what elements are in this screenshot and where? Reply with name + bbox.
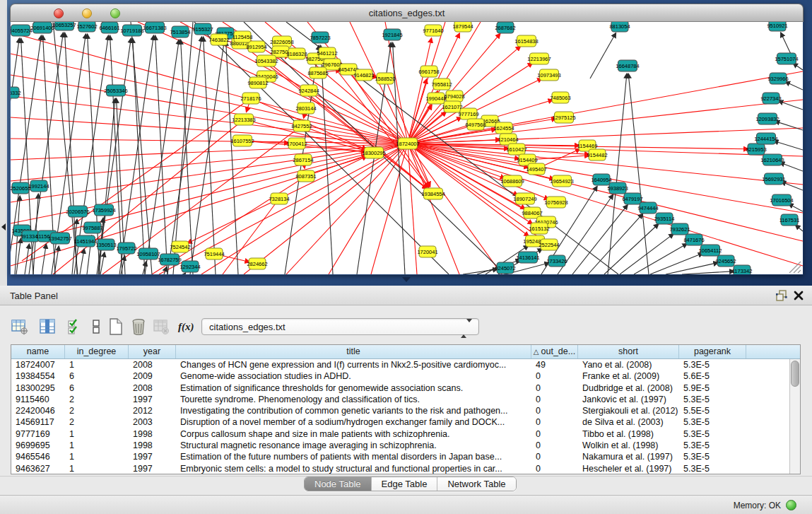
table-cell[interactable]: 2 — [65, 394, 129, 405]
table-chooser-dropdown[interactable]: citations_edges.txt — [201, 318, 479, 335]
table-settings-icon[interactable] — [10, 317, 30, 337]
table-cell[interactable]: Changes of HCN gene expression and I(f) … — [176, 359, 531, 370]
table-cell[interactable]: 1998 — [129, 428, 176, 440]
table-cell[interactable]: Hescheler et al. (1997) — [578, 463, 679, 474]
table-cell[interactable]: 9465546 — [11, 451, 65, 462]
table-row[interactable]: 946362711997Embryonic stem cells: a mode… — [11, 463, 800, 474]
table-header-row[interactable]: namein_degreeyeartitle△out_de...shortpag… — [11, 345, 800, 359]
table-cell[interactable]: 5.9E-5 — [679, 382, 746, 394]
table-cell[interactable]: Estimation of the future numbers of pati… — [176, 451, 531, 462]
table-cell[interactable]: 5.3E-5 — [679, 359, 746, 370]
float-panel-icon[interactable] — [775, 289, 788, 302]
table-cell[interactable]: 2012 — [129, 405, 176, 416]
table-cell[interactable]: 1997 — [129, 463, 176, 474]
table-cell[interactable]: 0 — [531, 440, 578, 451]
table-cell[interactable]: 1 — [65, 451, 129, 462]
table-row[interactable]: 1872400712008Changes of HCN gene express… — [11, 359, 800, 370]
table-cell[interactable]: 2008 — [129, 359, 176, 370]
table-cell[interactable]: 1998 — [129, 440, 176, 451]
network-canvas[interactable]: 2405572420691406106532571527602646616110… — [11, 22, 803, 274]
network-window[interactable]: citations_edges.txt 24055724206914061065… — [10, 4, 804, 275]
table-cell[interactable]: 0 — [531, 382, 578, 394]
table-cell[interactable]: 2 — [65, 416, 129, 428]
table-row[interactable]: 1456911722003Disruption of a novel membe… — [11, 416, 800, 428]
table-cell[interactable]: de Silva et al. (2003) — [578, 416, 679, 428]
table-cell[interactable]: 49 — [531, 359, 578, 370]
table-cell[interactable]: 9699695 — [11, 440, 65, 451]
table-cell[interactable]: 5.3E-5 — [679, 428, 746, 440]
table-cell[interactable]: 9777169 — [11, 428, 65, 440]
new-table-icon[interactable] — [106, 317, 126, 337]
table-row[interactable]: 946554611997Estimation of the future num… — [11, 451, 800, 462]
table-row[interactable]: 2242004622012Investigating the contribut… — [11, 405, 800, 416]
table-cell[interactable]: 0 — [531, 451, 578, 462]
table-cell[interactable]: 0 — [531, 405, 578, 416]
table-cell[interactable]: 9463627 — [11, 463, 65, 474]
table-cell[interactable]: Embryonic stem cells: a model to study s… — [176, 463, 531, 474]
table-row[interactable]: 1938455462009Genome-wide association stu… — [11, 370, 800, 382]
collapse-left-icon[interactable] — [1, 223, 6, 230]
table-cell[interactable]: Stergiakouli et al. (2012) — [578, 405, 679, 416]
table-cell[interactable]: Tibbo et al. (1998) — [578, 428, 679, 440]
column-header-year[interactable]: year — [129, 345, 176, 358]
table-cell[interactable]: 22420046 — [11, 405, 65, 416]
table-cell[interactable]: 1997 — [129, 451, 176, 462]
table-row[interactable]: 969969511998Structural magnetic resonanc… — [11, 440, 800, 451]
table-cell[interactable]: 14569117 — [11, 416, 65, 428]
table-row[interactable]: 911546021997Tourette syndrome. Phenomeno… — [11, 394, 800, 405]
table-cell[interactable]: 5.6E-5 — [679, 370, 746, 382]
table-cell[interactable]: 2 — [65, 405, 129, 416]
table-cell[interactable]: 5.3E-5 — [679, 394, 746, 405]
table-cell[interactable]: 2009 — [129, 370, 176, 382]
table-cell[interactable]: 6 — [65, 382, 129, 394]
table-cell[interactable]: Wolkin et al. (1998) — [578, 440, 679, 451]
column-checklist-icon[interactable] — [65, 317, 85, 337]
table-cell[interactable]: Estimation of significance thresholds fo… — [176, 382, 531, 394]
table-cell[interactable]: 0 — [531, 416, 578, 428]
table-cell[interactable]: 0 — [531, 463, 578, 474]
table-cell[interactable]: Dudbridge et al. (2008) — [578, 382, 679, 394]
table-cell[interactable]: 2008 — [129, 382, 176, 394]
table-cell[interactable]: 5.3E-5 — [679, 451, 746, 462]
close-panel-icon[interactable] — [792, 289, 805, 302]
vertical-scrollbar[interactable] — [789, 359, 800, 474]
select-columns-icon[interactable] — [37, 317, 57, 337]
splitter-handle[interactable] — [402, 277, 411, 282]
table-cell[interactable]: Investigating the contribution of common… — [176, 405, 531, 416]
function-builder-icon[interactable]: f(x) — [175, 317, 199, 337]
table-cell[interactable]: Nakamura et al. (1997) — [578, 451, 679, 462]
table-cell[interactable]: 0 — [531, 394, 578, 405]
table-cell[interactable]: 5.3E-5 — [679, 416, 746, 428]
column-header-short[interactable]: short — [578, 345, 679, 358]
column-header-out_de[interactable]: △out_de... — [531, 345, 578, 358]
table-cell[interactable]: 1 — [65, 440, 129, 451]
stacked-rows-icon[interactable] — [86, 317, 106, 337]
table-cell[interactable]: 0 — [531, 428, 578, 440]
table-cell[interactable]: Franke et al. (2009) — [578, 370, 679, 382]
tab-network-table[interactable]: Network Table — [437, 477, 515, 491]
node-attribute-table[interactable]: namein_degreeyeartitle△out_de...shortpag… — [11, 344, 801, 474]
tab-edge-table[interactable]: Edge Table — [372, 477, 438, 491]
table-cell[interactable]: Genome-wide association studies in ADHD. — [176, 370, 531, 382]
table-cell[interactable]: 5.3E-5 — [679, 440, 746, 451]
table-cell[interactable]: 2003 — [129, 416, 176, 428]
table-row[interactable]: 977716911998Corpus callosum shape and si… — [11, 428, 800, 440]
table-cell[interactable]: 1 — [65, 463, 129, 474]
column-header-title[interactable]: title — [176, 345, 531, 358]
table-cell[interactable]: 0 — [531, 370, 578, 382]
network-window-titlebar[interactable]: citations_edges.txt — [10, 4, 804, 22]
column-header-pagerank[interactable]: pagerank — [679, 345, 746, 358]
table-cell[interactable]: Structural magnetic resonance image aver… — [176, 440, 531, 451]
citation-network-graph[interactable]: 2405572420691406106532571527602646616110… — [11, 22, 803, 274]
table-cell[interactable]: 18300295 — [11, 382, 65, 394]
table-cell[interactable]: 6 — [65, 370, 129, 382]
delete-column-trash-icon[interactable] — [129, 317, 148, 337]
table-cell[interactable]: Corpus callosum shape and size in male p… — [176, 428, 531, 440]
table-cell[interactable]: 5.3E-5 — [679, 463, 746, 474]
column-header-name[interactable]: name — [11, 345, 65, 358]
table-cell[interactable]: 9115460 — [11, 394, 65, 405]
column-header-in_degree[interactable]: in_degree — [65, 345, 129, 358]
memory-ok-indicator[interactable] — [786, 500, 796, 510]
table-row[interactable]: 1830029562008Estimation of significance … — [11, 382, 800, 394]
table-type-tabs[interactable]: Node Table Edge Table Network Table — [304, 477, 517, 491]
